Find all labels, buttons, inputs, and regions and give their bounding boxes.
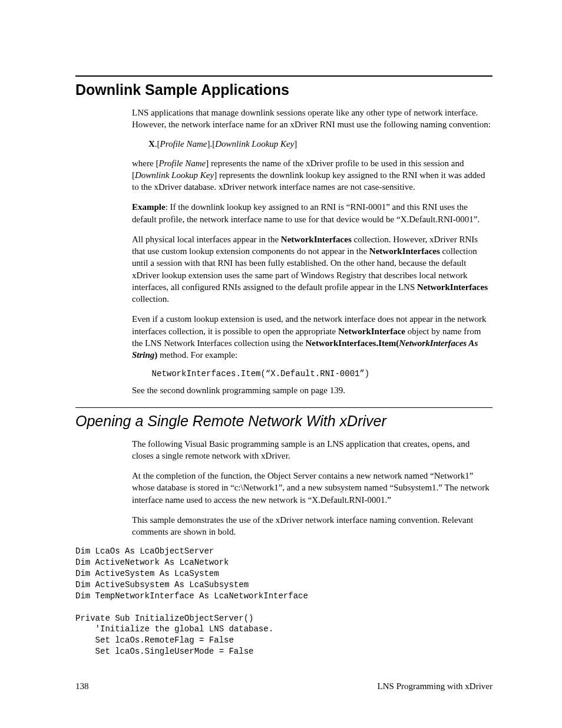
conv-key: Downlink Lookup Key bbox=[215, 139, 294, 149]
page-number: 138 bbox=[75, 681, 89, 691]
p2i2: Downlink Lookup Key bbox=[135, 170, 214, 180]
p4b3: NetworkInterfaces bbox=[417, 282, 488, 292]
heading-downlink: Downlink Sample Applications bbox=[75, 81, 492, 98]
heading-opening: Opening a Single Remote Network With xDr… bbox=[75, 413, 492, 430]
para-vb-intro: The following Visual Basic programming s… bbox=[132, 438, 492, 462]
p2a: where [ bbox=[132, 159, 158, 168]
page: Downlink Sample Applications LNS applica… bbox=[0, 0, 562, 728]
conv-x: X bbox=[148, 139, 155, 149]
para-custom: Even if a custom lookup extension is use… bbox=[132, 313, 492, 361]
code-vb-sample: Dim LcaOs As LcaObjectServer Dim ActiveN… bbox=[75, 546, 492, 657]
p2i1: Profile Name bbox=[158, 159, 206, 168]
conv-profile: Profile Name bbox=[160, 139, 207, 149]
page-footer: 138 LNS Programming with xDriver bbox=[75, 681, 492, 691]
body-block-1: LNS applications that manage downlink se… bbox=[132, 107, 492, 397]
section-rule bbox=[75, 75, 492, 77]
conv-t2: ].[ bbox=[207, 139, 215, 149]
para-interfaces: All physical local interfaces appear in … bbox=[132, 233, 492, 305]
para-sample-note: This sample demonstrates the use of the … bbox=[132, 514, 492, 538]
conv-t3: ] bbox=[294, 139, 297, 149]
p5b1: NetworkInterface bbox=[338, 327, 405, 336]
para-intro: LNS applications that manage downlink se… bbox=[132, 107, 492, 131]
code-item-call: NetworkInterfaces.Item(“X.Default.RNI-00… bbox=[132, 369, 492, 378]
naming-convention: X.[Profile Name].[Downlink Lookup Key] bbox=[148, 139, 492, 149]
p4a: All physical local interfaces appear in … bbox=[132, 235, 281, 244]
para-completion: At the completion of the function, the O… bbox=[132, 470, 492, 506]
p4d: collection. bbox=[132, 294, 169, 304]
para-where: where [Profile Name] represents the name… bbox=[132, 157, 492, 193]
footer-title: LNS Programming with xDriver bbox=[378, 681, 492, 691]
para-example: Example: If the downlink lookup key assi… bbox=[132, 201, 492, 225]
p5b2: NetworkInterfaces.Item( bbox=[306, 338, 399, 348]
body-block-2: The following Visual Basic programming s… bbox=[132, 438, 492, 538]
subsection-rule bbox=[75, 407, 492, 408]
p3b: Example bbox=[132, 202, 166, 212]
para-see: See the second downlink programming samp… bbox=[132, 384, 492, 396]
conv-t1: .[ bbox=[155, 139, 160, 149]
p4b1: NetworkInterfaces bbox=[281, 235, 352, 244]
p4b2: NetworkInterfaces bbox=[369, 246, 440, 256]
p3a: : If the downlink lookup key assigned to… bbox=[132, 202, 480, 223]
p5c: method. For example: bbox=[157, 350, 237, 360]
